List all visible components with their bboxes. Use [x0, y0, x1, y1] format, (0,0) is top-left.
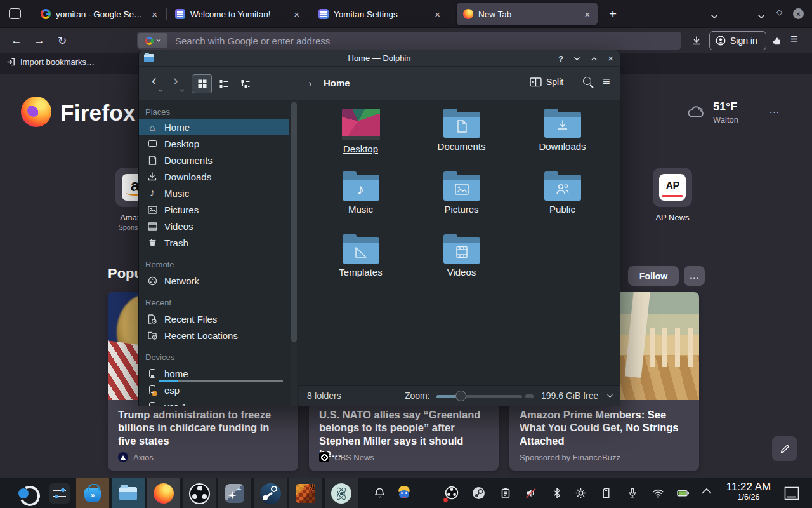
- stars-app-taskbar-button[interactable]: [218, 478, 251, 508]
- reload-button[interactable]: ↻: [55, 33, 70, 48]
- firefox-view-button[interactable]: [8, 6, 23, 22]
- sidebar-item-device-esp[interactable]: esp: [139, 382, 289, 398]
- weather-temperature[interactable]: 51°F: [713, 100, 737, 114]
- new-tab-button[interactable]: +: [604, 5, 622, 23]
- tab-yomitan-google-search[interactable]: yomitan - Google Search ×: [34, 0, 165, 28]
- dolphin-titlebar[interactable]: Home — Dolphin ? ×: [139, 50, 620, 67]
- help-button[interactable]: ?: [558, 54, 563, 64]
- window-minimize-button[interactable]: [757, 10, 765, 22]
- folder-documents[interactable]: Documents: [411, 105, 512, 168]
- weather-menu-button[interactable]: …: [769, 104, 780, 116]
- clock-widget[interactable]: 11:22 AM 1/6/26: [716, 481, 782, 502]
- maximize-button[interactable]: [591, 57, 598, 61]
- show-desktop-button[interactable]: [784, 486, 799, 503]
- railing: [650, 328, 695, 367]
- tray-expand-button[interactable]: [700, 486, 713, 498]
- compact-view-button[interactable]: [214, 74, 233, 93]
- tab-new-tab-active[interactable]: New Tab ×: [457, 3, 598, 25]
- app-launcher-button[interactable]: [10, 478, 43, 508]
- obs-taskbar-button[interactable]: [183, 478, 216, 508]
- tab-yomitan-settings[interactable]: Yomitan Settings ×: [312, 0, 448, 28]
- search-engine-chip[interactable]: [138, 33, 167, 48]
- zoom-slider-track[interactable]: [436, 395, 522, 398]
- tab-close-icon[interactable]: ×: [292, 10, 301, 19]
- shortcut-ap-news[interactable]: AP AP News: [638, 168, 707, 222]
- forward-button[interactable]: ›: [173, 73, 178, 88]
- follow-button[interactable]: Follow: [628, 266, 679, 286]
- bluetooth-tray-icon[interactable]: [551, 486, 563, 502]
- sidebar-item-home[interactable]: ⌂ Home: [139, 119, 289, 135]
- details-view-button[interactable]: [236, 74, 255, 93]
- steam-tray-icon[interactable]: [472, 486, 485, 502]
- microphone-tray-icon[interactable]: [626, 486, 639, 502]
- folder-videos[interactable]: Videos: [411, 231, 512, 293]
- tab-close-icon[interactable]: ×: [583, 10, 591, 19]
- folder-music[interactable]: ♪ Music: [310, 168, 411, 231]
- icons-view-button[interactable]: [193, 74, 212, 93]
- sidebar-item-documents[interactable]: Documents: [139, 152, 289, 168]
- sign-in-button[interactable]: Sign in: [709, 31, 766, 50]
- sidebar-item-music[interactable]: ♪ Music: [139, 185, 289, 201]
- steam-taskbar-button[interactable]: [254, 478, 287, 508]
- free-space-chevron[interactable]: [606, 394, 613, 398]
- forward-history-chevron[interactable]: [180, 89, 185, 92]
- clipboard-tray-icon[interactable]: [499, 486, 512, 502]
- zoom-slider-thumb[interactable]: [455, 391, 466, 401]
- list-all-tabs-button[interactable]: [710, 10, 718, 22]
- obs-recording-tray-icon[interactable]: [445, 486, 459, 502]
- battery-tray-icon[interactable]: [676, 486, 690, 502]
- volume-muted-tray-icon[interactable]: [524, 486, 537, 502]
- import-bookmarks-button[interactable]: Import bookmarks…: [6, 57, 95, 67]
- folder-downloads[interactable]: Downloads: [512, 105, 613, 168]
- section-more-button[interactable]: …: [684, 266, 705, 286]
- wifi-tray-icon[interactable]: [652, 486, 665, 502]
- brightness-tray-icon[interactable]: [574, 486, 587, 502]
- discover-store-button[interactable]: [76, 478, 109, 508]
- game-taskbar-button[interactable]: [289, 478, 322, 508]
- clock-time: 11:22 AM: [716, 481, 782, 493]
- tab-close-icon[interactable]: ×: [150, 10, 159, 19]
- dolphin-taskbar-button[interactable]: [112, 478, 145, 508]
- folder-public[interactable]: Public: [512, 168, 613, 231]
- folder-pictures[interactable]: Pictures: [411, 168, 512, 231]
- back-button[interactable]: ‹: [152, 73, 157, 88]
- search-icon[interactable]: [583, 77, 591, 85]
- breadcrumb-home[interactable]: Home: [324, 77, 350, 88]
- folder-templates[interactable]: Templates: [310, 231, 411, 293]
- firefox-taskbar-button[interactable]: [147, 478, 180, 508]
- notifications-tray-icon[interactable]: [373, 486, 386, 502]
- forward-button[interactable]: →: [32, 33, 47, 48]
- dolphin-menu-button[interactable]: ≡: [603, 74, 610, 89]
- split-view-button[interactable]: Split: [530, 77, 563, 87]
- extensions-button[interactable]: [769, 33, 784, 48]
- app-menu-button[interactable]: ≡: [790, 32, 798, 46]
- minimize-button[interactable]: [573, 57, 580, 61]
- sidebar-item-recent-locations[interactable]: Recent Locations: [139, 327, 289, 344]
- science-app-taskbar-button[interactable]: [325, 478, 358, 508]
- sidebar-item-pictures[interactable]: Pictures: [139, 201, 289, 218]
- sidebar-item-recent-files[interactable]: Recent Files: [139, 311, 289, 327]
- sidebar-item-videos[interactable]: Videos: [139, 218, 289, 234]
- address-input[interactable]: [167, 32, 681, 50]
- sidebar-item-downloads[interactable]: Downloads: [139, 168, 289, 185]
- back-button[interactable]: ←: [9, 33, 24, 48]
- folder-desktop[interactable]: Desktop: [310, 105, 411, 168]
- edit-page-button[interactable]: [772, 436, 797, 461]
- sidebar-item-network[interactable]: Network: [139, 272, 289, 289]
- back-history-chevron[interactable]: [158, 89, 163, 92]
- window-close-button[interactable]: ×: [793, 8, 804, 19]
- sidebar-item-device-var-a[interactable]: var-A: [139, 398, 289, 406]
- url-bar[interactable]: [137, 32, 681, 50]
- sidebar-scrollbar-thumb[interactable]: [291, 102, 297, 342]
- sidebar-item-trash[interactable]: Trash: [139, 234, 289, 251]
- sidebar-item-device-home[interactable]: home: [139, 365, 289, 382]
- window-maximize-button[interactable]: ◇: [776, 8, 782, 17]
- tab-welcome-to-yomitan[interactable]: Welcome to Yomitan! ×: [169, 0, 307, 28]
- tab-separator: [30, 8, 30, 20]
- tab-close-icon[interactable]: ×: [433, 10, 442, 19]
- sidebar-item-desktop[interactable]: Desktop: [139, 135, 289, 152]
- close-button[interactable]: ×: [608, 54, 613, 63]
- downloads-button[interactable]: [689, 33, 704, 48]
- system-settings-button[interactable]: [43, 478, 76, 508]
- sd-card-tray-icon[interactable]: [600, 486, 612, 502]
